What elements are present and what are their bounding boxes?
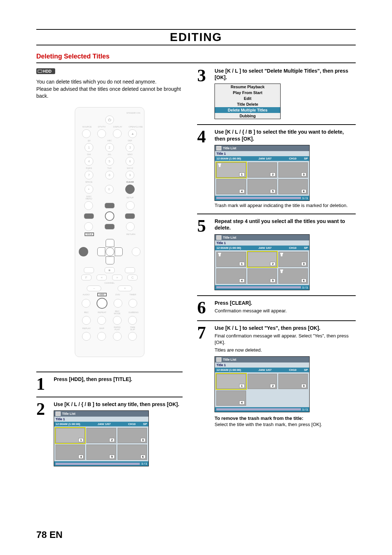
- two-column-layout: HDD You can delete titles which you do n…: [36, 68, 356, 471]
- menu-item: Title Delete: [215, 101, 280, 107]
- thumb-empty: [248, 390, 277, 406]
- step-5: 5 Repeat step 4 until you select all the…: [197, 214, 356, 290]
- page-number: 78: [36, 529, 47, 540]
- thumb-3: 3: [118, 428, 147, 443]
- page: EDITING Deleting Selected Titles HDD You…: [0, 0, 392, 555]
- trash-icon: [218, 253, 221, 256]
- standby-button-icon: ⏻: [105, 116, 114, 124]
- step-4-note: Trash mark will appear indicating the ti…: [215, 202, 356, 209]
- thumb-3: 3: [278, 252, 308, 267]
- thumb-4: 4: [56, 445, 85, 460]
- hdd-badge: HDD: [36, 68, 55, 74]
- title-list-panel: Title List Title 1 12:00AM (1:00:00) JAN…: [54, 410, 149, 466]
- page-footer: 78 EN: [36, 529, 62, 540]
- menu-item: Dubbing: [215, 113, 280, 119]
- thumb-3: 3: [278, 374, 308, 389]
- menu-item: Edit: [215, 96, 280, 101]
- step-number: 1: [36, 376, 51, 392]
- thumb-2: 2: [86, 428, 116, 443]
- step-3-text: Use [K / L ] to select "Delete Multiple …: [215, 68, 356, 81]
- thumb-1: 1: [56, 428, 85, 443]
- title-button-label: TITLE: [85, 232, 94, 236]
- thumb-1: 1: [216, 374, 246, 389]
- step-number: 7: [197, 325, 212, 428]
- step-1: 1 Press [HDD], then press [TITLE].: [36, 372, 183, 392]
- note-heading: To remove the trash mark from the title:: [215, 416, 303, 421]
- hdd-icon: [56, 412, 61, 416]
- step-1-text: Press [HDD], then press [TITLE].: [54, 376, 183, 382]
- trash-icon: [218, 163, 221, 167]
- thumb-6: 6: [118, 445, 147, 460]
- clear-button-icon: [125, 185, 135, 194]
- step-7-text: Use [K / L ] to select "Yes", then press…: [215, 325, 356, 331]
- hdd-button-icon: [97, 298, 107, 309]
- thumb-4: 4: [216, 179, 246, 194]
- thumb-2: 2: [248, 374, 277, 389]
- step-6: 6 Press [CLEAR]. Confirmation message wi…: [197, 295, 356, 315]
- thumb-2: 2: [248, 252, 277, 267]
- step-7-sub2: Titles are now deleted.: [215, 347, 356, 353]
- step-7-note: To remove the trash mark from the title:…: [215, 415, 356, 428]
- step-2: 2 Use [K / L / { / B ] to select any tit…: [36, 397, 183, 466]
- step-number: 6: [197, 300, 212, 315]
- left-column: HDD You can delete titles which you do n…: [36, 68, 183, 471]
- step-number: 5: [197, 218, 212, 290]
- step-3: 3 Use [K / L ] to select "Delete Multipl…: [197, 68, 356, 119]
- title-list-panel: Title List Title 1 12:00AM (1:00:00) JAN…: [215, 356, 310, 412]
- trash-icon: [280, 270, 283, 273]
- hdd-button-label: HDD: [97, 293, 107, 296]
- section-title: Deleting Selected Titles: [36, 53, 356, 63]
- right-column: 3 Use [K / L ] to select "Delete Multipl…: [197, 68, 356, 471]
- step-5-text: Repeat step 4 until you select all the t…: [215, 218, 356, 231]
- thumb-1: 1: [216, 252, 246, 267]
- thumb-3: 3: [278, 162, 308, 178]
- menu-item: Resume Playback: [215, 84, 280, 90]
- step-4: 4 Use [K / L / { / B ] to select the tit…: [197, 124, 356, 208]
- thumb-1: 1: [216, 162, 246, 178]
- chapter-title: EDITING: [36, 31, 356, 44]
- remote-control-diagram: STANDBY-ON ⏻ SOURCE DTV/TV DISPLAY OPEN/…: [75, 107, 144, 357]
- menu-item: Play From Start: [215, 90, 280, 96]
- step-7-sub1: Final confirmation message will appear. …: [215, 333, 356, 345]
- hdd-icon: [216, 146, 221, 150]
- step-6-text: Press [CLEAR].: [215, 300, 356, 306]
- title-button-icon: [79, 247, 88, 256]
- page-lang: EN: [49, 529, 62, 540]
- thumb-5: 5: [248, 179, 277, 194]
- title-list-panel: Title List Title 1 12:00AM (1:00:00) JAN…: [215, 234, 310, 290]
- step-number: 4: [197, 129, 212, 208]
- standby-label: STANDBY-ON: [79, 112, 140, 114]
- hdd-icon: [216, 235, 221, 240]
- trash-icon: [280, 253, 283, 256]
- thumb-empty: [278, 390, 308, 406]
- thumb-5: 5: [86, 445, 116, 460]
- menu-item-selected: Delete Multiple Titles: [215, 107, 280, 113]
- intro-paragraph: You can delete titles which you do not n…: [36, 78, 183, 100]
- thumb-5: 5: [248, 268, 277, 284]
- intro-line-2: Please be advised that the titles once d…: [36, 86, 181, 99]
- thumb-6: 6: [278, 268, 308, 284]
- context-menu: Resume Playback Play From Start Edit Tit…: [215, 84, 281, 119]
- title-list-panel: Title List Title 1 12:00AM (1:00:00) JAN…: [215, 145, 310, 201]
- step-4-text: Use [K / L / { / B ] to select the title…: [215, 129, 356, 142]
- dpad-icon: [97, 239, 123, 264]
- note-body: Select the title with the trash mark, th…: [215, 422, 322, 427]
- step-number: 2: [36, 401, 51, 466]
- thumb-2: 2: [248, 162, 277, 178]
- step-6-sub: Confirmation message will appear.: [215, 308, 356, 314]
- step-number: 3: [197, 68, 212, 119]
- thumb-6: 6: [278, 179, 308, 194]
- thumb-4: 4: [216, 268, 246, 284]
- thumb-4: 4: [216, 390, 246, 406]
- intro-line-1: You can delete titles which you do not n…: [36, 79, 156, 85]
- hdd-icon: [216, 357, 221, 362]
- step-2-text: Use [K / L / { / B ] to select any title…: [54, 401, 183, 408]
- step-7: 7 Use [K / L ] to select "Yes", then pre…: [197, 320, 356, 428]
- chapter-header: EDITING: [36, 29, 356, 45]
